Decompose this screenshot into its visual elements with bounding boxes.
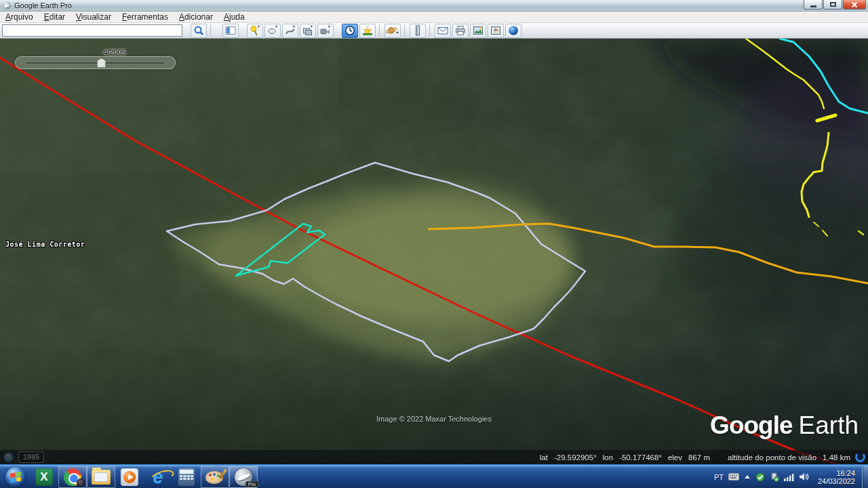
taskbar-internet-explorer-button[interactable]: e <box>144 466 172 488</box>
ruler-button[interactable] <box>410 24 426 38</box>
sunlight-button[interactable] <box>359 24 376 38</box>
historical-imagery-clock-icon <box>344 25 355 36</box>
polygon-icon <box>267 25 278 36</box>
add-polygon-button[interactable] <box>264 24 281 38</box>
tray-date: 24/03/2022 <box>818 477 855 485</box>
windows-taskbar: X e Pro PT <box>0 466 868 488</box>
title-bar: Google Earth Pro <box>0 0 868 12</box>
planets-saturn-icon <box>386 25 399 36</box>
menu-ferramentas[interactable]: Ferramentas <box>117 12 174 22</box>
menu-editar[interactable]: Editar <box>39 12 71 22</box>
sidebar-toggle-button[interactable] <box>222 24 239 38</box>
historical-imagery-time-slider[interactable]: 4/2005 <box>15 56 176 69</box>
elev-value: 867 m <box>688 453 710 462</box>
placemark-icon <box>250 25 260 36</box>
taskbar-media-player-button[interactable] <box>115 466 144 488</box>
elev-label: elev <box>668 453 682 462</box>
print-button[interactable] <box>452 24 469 38</box>
internet-explorer-icon: e <box>153 468 163 486</box>
ruler-icon <box>412 25 423 36</box>
google-earth-app-icon <box>3 1 11 9</box>
map-viewport[interactable]: José Lima Corretor 4/2005 Image © 2022 M… <box>0 39 868 466</box>
image-overlay-icon <box>302 25 313 36</box>
safely-remove-device-icon[interactable] <box>770 472 779 482</box>
sidebar-icon <box>225 25 236 36</box>
minimize-button[interactable] <box>804 0 823 9</box>
search-icon <box>193 25 204 36</box>
minimize-icon <box>810 5 816 7</box>
tray-clock[interactable]: 16:24 24/03/2022 <box>818 469 855 485</box>
excel-icon: X <box>35 468 53 486</box>
logo-google-text: Google <box>710 411 792 440</box>
windows-flag-icon <box>10 471 21 483</box>
add-path-button[interactable] <box>282 24 298 38</box>
earth-view-button[interactable] <box>505 24 521 38</box>
print-icon <box>455 25 466 36</box>
taskbar-explorer-button[interactable] <box>87 466 115 488</box>
keyboard-icon[interactable] <box>728 473 739 481</box>
save-image-icon <box>473 25 484 36</box>
chrome-profile-badge <box>77 479 85 487</box>
close-icon <box>851 1 858 8</box>
network-signal-icon[interactable] <box>784 473 794 481</box>
time-slider-handle[interactable] <box>97 58 106 68</box>
placemark-label[interactable]: José Lima Corretor <box>5 241 85 248</box>
record-tour-icon <box>320 25 331 36</box>
volume-icon[interactable] <box>799 472 809 481</box>
menu-ajuda[interactable]: Ajuda <box>218 12 250 22</box>
menu-adicionar[interactable]: Adicionar <box>174 12 218 22</box>
explorer-folder-icon <box>92 470 111 485</box>
add-placemark-button[interactable] <box>247 24 263 38</box>
menu-arquivo[interactable]: Arquivo <box>0 12 39 22</box>
search-button[interactable] <box>191 24 207 38</box>
show-desktop-button[interactable] <box>862 466 868 488</box>
streaming-progress-icon <box>855 452 865 462</box>
taskbar-paint-button[interactable] <box>201 466 229 488</box>
toolbar <box>0 23 868 39</box>
menu-bar: Arquivo Editar Visualizar Ferramentas Ad… <box>0 12 868 23</box>
taskbar-google-earth-button[interactable]: Pro <box>229 466 258 488</box>
path-icon <box>285 25 296 36</box>
system-tray: PT 16:24 24/03/2022 <box>714 466 868 488</box>
email-icon <box>437 25 448 36</box>
taskbar-calculator-button[interactable] <box>172 466 201 488</box>
start-button[interactable] <box>5 467 26 487</box>
lat-label: lat <box>540 453 548 462</box>
menu-visualizar[interactable]: Visualizar <box>71 12 117 22</box>
taskbar-excel-button[interactable]: X <box>30 466 58 488</box>
action-center-icon[interactable] <box>755 472 765 482</box>
window-title: Google Earth Pro <box>14 1 72 9</box>
lon-value: -50.177468° <box>619 453 662 462</box>
view-in-maps-button[interactable] <box>488 24 504 38</box>
record-tour-button[interactable] <box>317 24 334 38</box>
pro-badge: Pro <box>245 481 258 487</box>
maximize-button[interactable] <box>823 0 842 9</box>
time-slider-date-label: 4/2005 <box>94 48 135 56</box>
globe-icon <box>508 25 519 36</box>
maximize-icon <box>830 2 836 7</box>
lat-value: -29.592905° <box>554 453 597 462</box>
calculator-icon <box>178 468 195 486</box>
search-input[interactable] <box>2 24 182 37</box>
time-slider-track[interactable] <box>26 62 165 64</box>
show-hidden-icons-button[interactable] <box>744 474 751 480</box>
historical-imagery-button[interactable] <box>342 24 358 38</box>
email-button[interactable] <box>435 24 451 38</box>
planets-button[interactable] <box>384 24 401 38</box>
media-player-icon <box>121 468 138 486</box>
status-bar: lat -29.592905° lon -50.177468° elev 867… <box>0 450 868 464</box>
eye-alt-value: 1.48 km <box>823 453 850 462</box>
terrain-canvas <box>0 39 868 466</box>
logo-earth-text: Earth <box>799 411 859 440</box>
view-in-maps-icon <box>490 25 501 36</box>
save-image-button[interactable] <box>470 24 486 38</box>
google-earth-logo: Google Earth <box>710 411 859 440</box>
google-earth-window: Google Earth Pro Arquivo Editar Visualiz… <box>0 0 868 488</box>
tray-time: 16:24 <box>818 469 855 477</box>
language-indicator[interactable]: PT <box>714 473 724 481</box>
close-button[interactable] <box>843 0 866 9</box>
taskbar-chrome-button[interactable] <box>58 466 87 488</box>
eye-alt-label: altitude do ponto de visão <box>728 453 816 462</box>
add-image-overlay-button[interactable] <box>300 24 316 38</box>
lon-label: lon <box>603 453 613 462</box>
